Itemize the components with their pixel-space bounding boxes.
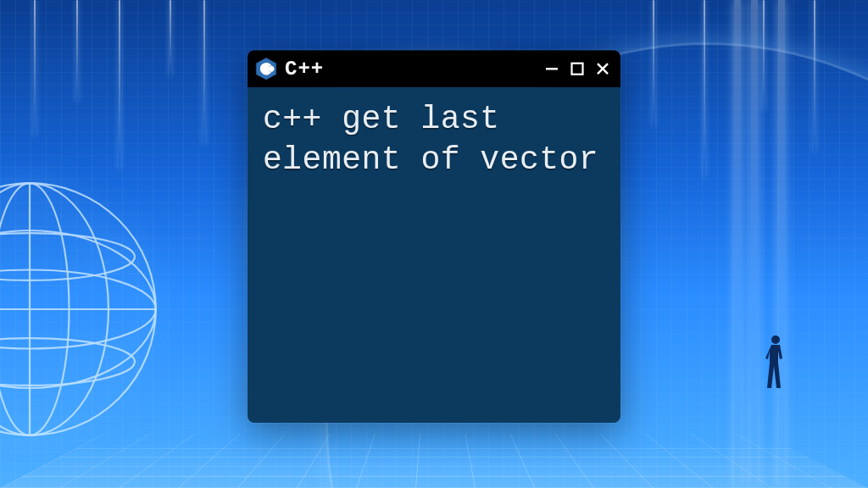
terminal-content[interactable]: c++ get last element of vector bbox=[248, 87, 620, 423]
svg-point-9 bbox=[771, 336, 780, 344]
svg-rect-14 bbox=[271, 69, 274, 69]
titlebar[interactable]: C++ bbox=[248, 50, 620, 87]
terminal-window: C++ c++ get last element of vector bbox=[248, 50, 620, 423]
svg-rect-16 bbox=[572, 64, 583, 75]
wireframe-globe-icon bbox=[0, 178, 161, 441]
person-silhouette-icon bbox=[764, 334, 787, 395]
close-button[interactable] bbox=[593, 59, 612, 78]
minimize-button[interactable] bbox=[542, 59, 561, 78]
window-controls bbox=[542, 59, 612, 78]
background-grid-floor bbox=[0, 434, 868, 488]
svg-rect-12 bbox=[268, 69, 270, 69]
maximize-button[interactable] bbox=[568, 59, 587, 78]
cpp-logo-icon bbox=[254, 57, 278, 80]
window-title: C++ bbox=[285, 58, 324, 80]
terminal-text: c++ get last element of vector bbox=[263, 101, 598, 178]
